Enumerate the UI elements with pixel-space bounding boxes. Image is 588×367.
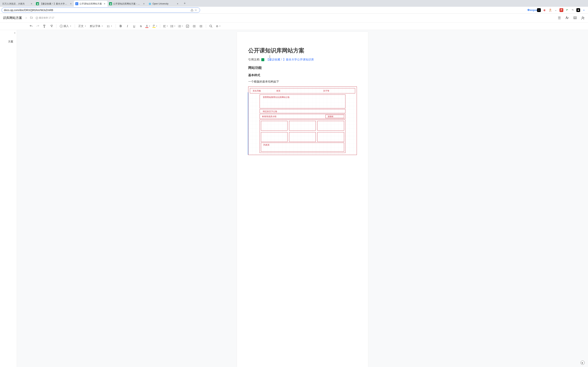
bullet-list-button[interactable]: ▼ — [170, 23, 176, 29]
wireframe-search-box: 搜索框 — [325, 115, 344, 118]
document-title[interactable]: 识库网站方案 — [3, 16, 22, 20]
extension-icon[interactable]: • — [537, 8, 541, 12]
strikethrough-button[interactable]: S — [138, 23, 144, 29]
outline-sidebar: × 方案 — [0, 30, 17, 367]
tab-title: 公开课知识库网站方案 — [79, 2, 102, 5]
svg-rect-11 — [216, 26, 218, 27]
present-icon[interactable] — [573, 16, 577, 20]
heading-2: 网站功能 — [248, 66, 357, 70]
wireframe-list-box: 列表页 — [261, 143, 344, 152]
doc-header-right: ☰ AA — [557, 16, 585, 20]
undo-icon[interactable]: ↶ — [565, 8, 569, 12]
tab-title: 【建议收藏！】最全大学公开课 — [40, 2, 68, 5]
checklist-button[interactable] — [185, 23, 190, 29]
svg-point-0 — [36, 17, 38, 19]
sheets-icon: ▦ — [109, 2, 112, 5]
wireframe-card — [317, 121, 344, 131]
url-input-wrap[interactable]: docs.qq.com/doc/DRXZjRGhxVWJsZmRB ☆ — [1, 8, 200, 13]
reference-label: 引用文档 — [248, 58, 259, 61]
extension-icon[interactable]: ■ — [576, 8, 580, 12]
wireframe-filter-box: 标签筛选及分组 搜索框 — [260, 114, 345, 119]
search-button[interactable] — [208, 23, 214, 29]
italic-button[interactable]: I — [124, 23, 130, 29]
star-icon[interactable]: ☆ — [25, 17, 27, 19]
translate-icon[interactable]: �language — [531, 8, 535, 12]
svg-point-10 — [210, 25, 212, 27]
font-size-dropdown[interactable]: 11▼ — [105, 23, 114, 29]
tab-title: 百万人浏览后，大家共 — [2, 2, 29, 5]
extension-icon[interactable]: 方 — [560, 8, 563, 12]
doc-header-icons: ☆ 最近保存 17:17 — [25, 16, 54, 20]
svg-point-5 — [171, 27, 171, 27]
wireframe-card — [317, 132, 344, 142]
wireframe-card — [261, 132, 288, 142]
browser-tab-strip: 百万人浏览后，大家共 × ▦ 【建议收藏！】最全大学公开课 × ≡ 公开课知识库… — [0, 0, 588, 7]
close-icon[interactable]: × — [69, 2, 72, 5]
paragraph-style-dropdown[interactable]: 正文▼ — [77, 23, 88, 29]
wireframe-card — [289, 121, 316, 131]
close-icon[interactable]: × — [14, 32, 16, 34]
close-icon[interactable]: × — [103, 2, 106, 5]
clear-format-button[interactable] — [48, 23, 54, 29]
globe-icon: 🌐 — [148, 2, 151, 5]
wireframe-image: 页头导航 首页 关于等 首部简短推荐位以及网站公告 特定的文字公告 标签筛选及分… — [248, 86, 357, 155]
document-canvas[interactable]: 公开课知识库网站方案 引用文档 【建议收藏！】最全大学公开课知识库 网站功能 基… — [17, 30, 588, 367]
play-button[interactable]: ▶ — [580, 361, 585, 365]
reference-link[interactable]: 【建议收藏！】最全大学公开课知识库 — [266, 58, 314, 61]
share-person-icon[interactable] — [581, 16, 585, 20]
underline-button[interactable]: U — [131, 23, 137, 29]
browser-extension-area: �language • ◐ 🎅 ⌄ 方 ↶ ↷ ■ » — [531, 8, 587, 12]
wireframe-card — [289, 132, 316, 142]
text-format-icon[interactable]: AA — [565, 16, 569, 20]
close-icon[interactable]: × — [30, 2, 33, 5]
wireframe-card — [261, 121, 288, 131]
browser-tab-2[interactable]: ≡ 公开课知识库网站方案 × — [74, 1, 108, 7]
browser-tab-1[interactable]: ▦ 【建议收藏！】最全大学公开课 × — [34, 1, 74, 7]
url-text: docs.qq.com/doc/DRXZjRGhxVWJsZmRB — [4, 8, 190, 12]
wireframe-grid-group: 列表页 — [260, 120, 345, 153]
plugin-button[interactable]: ▼ — [215, 23, 222, 29]
font-color-button[interactable]: A▼ — [145, 23, 151, 29]
indent-decrease-button[interactable] — [191, 23, 197, 29]
undo-button[interactable] — [28, 23, 34, 29]
share-icon[interactable] — [190, 8, 194, 12]
doc-icon: ≡ — [75, 2, 78, 5]
browser-tab-3[interactable]: ▦ 公开课知识库网站方案 - 任务拆 × — [108, 1, 147, 7]
highlight-button[interactable]: ▼ — [152, 23, 158, 29]
redo-button[interactable] — [35, 23, 41, 29]
redo-icon[interactable]: ↷ — [571, 8, 574, 12]
svg-text:3: 3 — [178, 26, 179, 27]
insert-button[interactable]: + 插入▼ — [58, 23, 73, 29]
close-icon[interactable]: × — [142, 2, 145, 5]
folder-icon[interactable] — [30, 16, 33, 20]
font-family-dropdown[interactable]: 默认字体▼ — [88, 23, 104, 29]
browser-tab-4[interactable]: 🌐 Open University × — [147, 1, 180, 7]
save-status: 最近保存 17:17 — [36, 16, 54, 19]
star-icon[interactable]: ☆ — [194, 8, 198, 12]
outline-item[interactable]: 方案 — [1, 40, 15, 43]
more-icon[interactable]: » — [582, 8, 586, 12]
indent-increase-button[interactable] — [198, 23, 204, 29]
bold-button[interactable]: B — [118, 23, 124, 29]
new-tab-button[interactable]: + — [182, 1, 187, 6]
browser-tab-0[interactable]: 百万人浏览后，大家共 × — [1, 1, 34, 7]
align-button[interactable]: ▼ — [162, 23, 169, 29]
chevron-down-icon[interactable]: ⌄ — [554, 8, 558, 12]
extension-icon[interactable]: 🎅 — [548, 8, 552, 12]
svg-point-4 — [171, 26, 171, 26]
editor-toolbar: + 插入▼ 正文▼ 默认字体▼ 11▼ B I U S A▼ ▼ ▼ ▼ 123… — [0, 23, 588, 30]
heading-1: 公开课知识库网站方案 — [248, 47, 357, 54]
document-header: 识库网站方案 ☆ 最近保存 17:17 ☰ AA — [0, 14, 588, 23]
wireframe-hero-box: 首部简短推荐位以及网站公告 — [260, 94, 345, 108]
menu-icon[interactable]: ☰ — [557, 16, 561, 20]
extension-icon[interactable]: ◐ — [543, 8, 546, 12]
close-icon[interactable]: × — [176, 2, 179, 5]
wireframe-notice-box: 特定的文字公告 — [260, 109, 345, 113]
body-paragraph: 一个糙版的基本结构如下 — [248, 80, 357, 83]
format-painter-button[interactable] — [42, 23, 48, 29]
tab-title: Open University — [153, 2, 175, 5]
numbered-list-button[interactable]: 123▼ — [177, 23, 184, 29]
svg-point-3 — [171, 25, 171, 25]
svg-point-2 — [582, 17, 583, 18]
svg-rect-9 — [186, 25, 189, 27]
